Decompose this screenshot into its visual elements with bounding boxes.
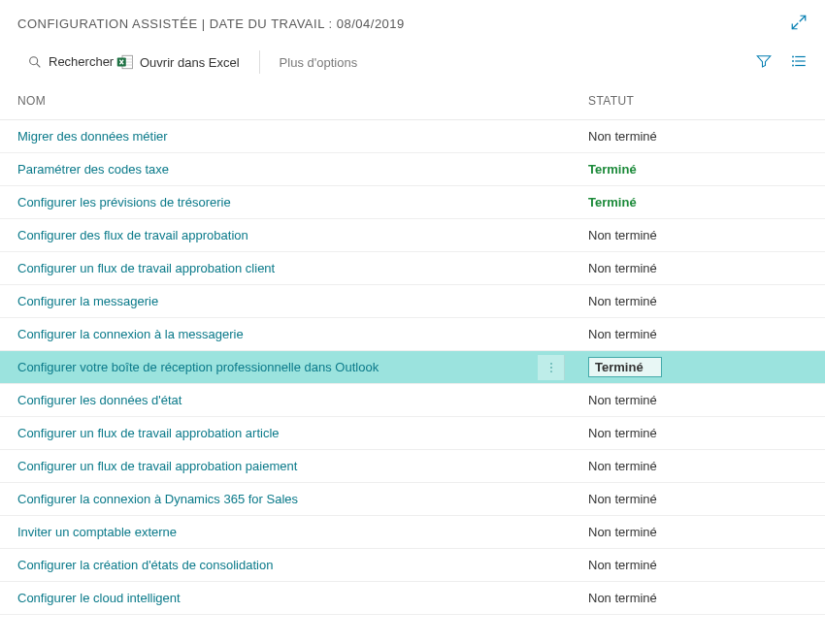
table-row[interactable]: Configurer la connexion à Dynamics 365 f… [0,483,825,516]
row-status: Non terminé [588,261,808,275]
row-name-link[interactable]: Inviter un comptable externe [17,525,588,539]
row-name-link[interactable]: Configurer la connexion à Dynamics 365 f… [17,492,588,506]
table-row[interactable]: Configurer des flux de travail approbati… [0,219,825,252]
table-row[interactable]: Configurer un flux de travail approbatio… [0,252,825,285]
row-name-link[interactable]: Configurer les données d'état [17,393,588,407]
svg-point-12 [793,65,794,66]
row-status: Non terminé [588,492,808,506]
expand-icon[interactable] [790,14,808,34]
table-row[interactable]: Configurer la connexion à la messagerieN… [0,318,825,351]
page-title: CONFIGURATION ASSISTÉE | DATE DU TRAVAIL… [17,16,405,31]
row-name-link[interactable]: Paramétrer des codes taxe [17,162,588,177]
row-status: Non terminé [588,459,808,473]
row-actions-icon[interactable] [538,355,565,380]
row-status: Terminé [588,195,808,209]
table-row[interactable]: Configurer la messagerieNon terminé [0,285,825,318]
row-name-link[interactable]: Configurer le cloud intelligent [17,591,588,605]
table-header: Nom Statut [0,84,825,120]
more-options-button[interactable]: Plus d'options [270,51,368,74]
table-row[interactable]: Configurer un flux de travail approbatio… [0,450,825,483]
row-status: Non terminé [588,129,808,144]
table-row[interactable]: Inviter un comptable externeNon terminé [0,516,825,549]
toolbar-right [755,52,808,73]
row-status: Non terminé [588,426,808,440]
row-name-link[interactable]: Configurer un flux de travail approbatio… [17,426,588,440]
row-name-link[interactable]: Configurer votre boîte de réception prof… [17,360,588,374]
table-row[interactable]: Configurer les prévisions de trésorerieT… [0,186,825,219]
search-button[interactable]: Rechercher [17,50,107,74]
column-header-statut[interactable]: Statut [588,94,808,108]
row-name-link[interactable]: Configurer la création d'états de consol… [17,558,588,572]
config-table: Nom Statut Migrer des données métierNon … [0,84,825,615]
svg-point-10 [793,56,794,57]
row-name-link[interactable]: Configurer un flux de travail approbatio… [17,261,588,275]
table-row[interactable]: Paramétrer des codes taxeTerminé [0,153,825,186]
svg-point-35 [550,367,552,369]
page: CONFIGURATION ASSISTÉE | DATE DU TRAVAIL… [0,0,825,615]
row-status: Terminé [588,357,808,377]
status-badge[interactable]: Terminé [588,357,662,377]
row-status: Non terminé [588,525,808,539]
excel-icon [116,53,134,71]
row-name-link[interactable]: Configurer des flux de travail approbati… [17,228,588,242]
table-row[interactable]: Configurer la création d'états de consol… [0,549,825,582]
toolbar-divider [259,50,260,74]
row-name-link[interactable]: Configurer la messagerie [17,294,588,308]
row-name-link[interactable]: Configurer la connexion à la messagerie [17,327,588,341]
table-row[interactable]: Configurer un flux de travail approbatio… [0,417,825,450]
toolbar: Rechercher Ouvrir dans Excel Plus d'opti… [0,46,825,84]
search-icon [27,54,43,70]
row-status: Non terminé [588,327,808,341]
svg-point-34 [550,362,552,364]
row-status: Non terminé [588,228,808,242]
open-in-excel-button[interactable]: Ouvrir dans Excel [107,49,249,75]
row-name-link[interactable]: Migrer des données métier [17,129,588,144]
svg-point-11 [793,60,794,61]
table-row[interactable]: Configurer les données d'étatNon terminé [0,384,825,417]
row-name-link[interactable]: Configurer les prévisions de trésorerie [17,195,588,209]
table-row[interactable]: Configurer votre boîte de réception prof… [0,351,825,384]
table-row[interactable]: Migrer des données métierNon terminé [0,120,825,153]
column-header-nom[interactable]: Nom [17,94,588,108]
list-view-icon[interactable] [790,52,808,73]
row-status: Non terminé [588,294,808,308]
row-status: Non terminé [588,591,808,605]
filter-icon[interactable] [755,52,773,73]
open-in-excel-label: Ouvrir dans Excel [140,55,240,70]
svg-point-36 [550,370,552,372]
row-name-link[interactable]: Configurer un flux de travail approbatio… [17,459,588,473]
table-row[interactable]: Configurer le cloud intelligentNon termi… [0,582,825,615]
row-status: Non terminé [588,393,808,407]
row-status: Terminé [588,162,808,177]
header: CONFIGURATION ASSISTÉE | DATE DU TRAVAIL… [0,0,825,46]
row-status: Non terminé [588,558,808,572]
table-body: Migrer des données métierNon terminéPara… [0,120,825,615]
svg-line-1 [37,64,41,68]
search-label: Rechercher [49,55,97,69]
svg-point-0 [30,57,38,65]
